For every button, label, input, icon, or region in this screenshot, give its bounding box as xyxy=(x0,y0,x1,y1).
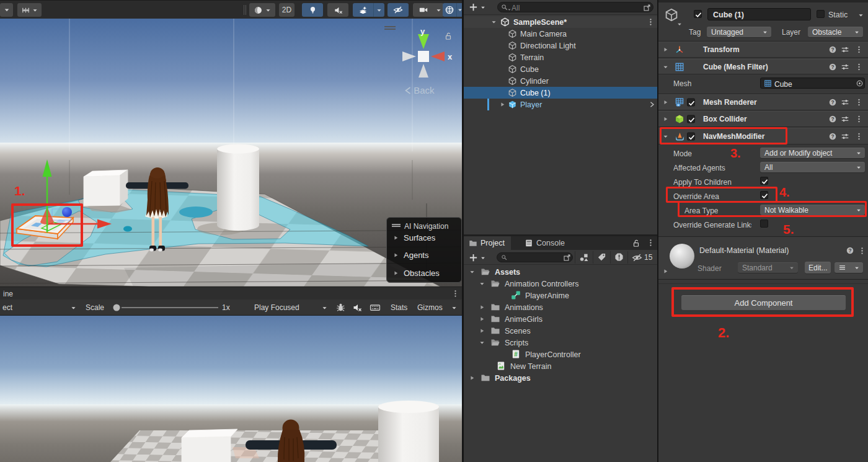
shader-dropdown[interactable]: Standard xyxy=(738,262,798,273)
component-tools-toggle-half[interactable] xyxy=(443,3,457,17)
meshrenderer-header[interactable]: Mesh Renderer xyxy=(658,94,868,110)
fold-closed-icon[interactable] xyxy=(479,316,485,322)
component-enabled-checkbox[interactable] xyxy=(687,115,695,123)
keyboard-icon[interactable] xyxy=(370,302,381,313)
fold-closed-icon[interactable] xyxy=(479,327,485,334)
bottom-tab-label[interactable]: ine xyxy=(3,290,13,298)
play-focused-caret[interactable] xyxy=(321,304,328,311)
scale-slider[interactable] xyxy=(112,303,221,312)
component-menu-icon[interactable] xyxy=(855,99,863,107)
fold-open-icon[interactable] xyxy=(469,269,476,275)
search-window-icon[interactable] xyxy=(643,4,651,12)
hierarchy-search-input[interactable]: All xyxy=(497,2,653,12)
scene-menu-icon[interactable] xyxy=(647,18,655,26)
aspect-dropdown-caret[interactable] xyxy=(70,304,77,311)
mode-dropdown[interactable]: Add or Modify object xyxy=(760,148,865,158)
project-item-animegirls[interactable]: AnimeGirls xyxy=(464,313,657,325)
project-item-packages[interactable]: Packages xyxy=(464,372,657,384)
back-button[interactable]: Back xyxy=(405,85,435,96)
project-item-new-terrain[interactable]: New Terrain xyxy=(464,360,657,372)
scene-fold-icon[interactable] xyxy=(490,19,497,25)
gameobject-icon-caret[interactable] xyxy=(676,21,683,27)
transform-header[interactable]: Transform xyxy=(658,42,868,58)
search-window-icon[interactable] xyxy=(563,254,571,262)
material-header[interactable]: Default-Material (Material) Shader Stand… xyxy=(658,237,868,278)
hierarchy-item-main-camera[interactable]: Main Camera xyxy=(464,28,657,40)
search-filter-caret[interactable] xyxy=(507,7,512,12)
hierarchy-item-cube-1-selected[interactable]: Cube (1) xyxy=(464,87,657,99)
project-menu-icon[interactable] xyxy=(647,239,655,247)
tag-dropdown[interactable]: Untagged xyxy=(707,27,771,37)
project-plus-icon[interactable] xyxy=(469,253,478,262)
filter-label-icon[interactable] xyxy=(597,252,606,262)
gizmo-y-label[interactable]: y xyxy=(420,27,425,36)
lock-open-icon[interactable] xyxy=(632,239,640,247)
hierarchy-scene-row[interactable]: SampleScene* xyxy=(464,16,657,28)
hierarchy-item-cylinder[interactable]: Cylinder xyxy=(464,75,657,87)
ai-nav-obstacles[interactable]: Obstacles xyxy=(387,267,461,279)
draw-mode-button[interactable] xyxy=(249,3,275,17)
camera-toggle-half[interactable] xyxy=(414,3,434,17)
prefab-open-chevron[interactable] xyxy=(648,100,656,109)
fold-closed-icon[interactable] xyxy=(662,99,669,106)
help-icon[interactable] xyxy=(828,98,837,107)
tool-settings-button[interactable] xyxy=(0,3,13,17)
gizmos-dropdown[interactable]: Gizmos xyxy=(417,303,443,312)
gizmos-caret[interactable] xyxy=(451,304,458,311)
hierarchy-item-player[interactable]: Player xyxy=(464,99,657,110)
fold-closed-icon[interactable] xyxy=(479,304,485,311)
tab-project[interactable]: Project xyxy=(464,236,511,250)
hierarchy-item-terrain[interactable]: Terrain xyxy=(464,51,657,63)
boxcollider-header[interactable]: Box Collider xyxy=(658,111,868,127)
ai-nav-agents[interactable]: Agents xyxy=(387,249,461,261)
help-icon[interactable] xyxy=(828,63,837,71)
hierarchy-item-cube[interactable]: Cube xyxy=(464,63,657,75)
hierarchy-item-directional-light[interactable]: Directional Light xyxy=(464,40,657,51)
static-checkbox[interactable] xyxy=(817,10,825,18)
stats-button[interactable]: Stats xyxy=(391,303,407,312)
static-caret[interactable] xyxy=(857,12,864,19)
fold-closed-icon[interactable] xyxy=(662,47,669,53)
project-item-playeranime[interactable]: PlayerAnime xyxy=(464,290,657,301)
object-picker-icon[interactable] xyxy=(856,79,864,87)
material-preview-sphere[interactable] xyxy=(668,242,696,270)
component-tools-button[interactable] xyxy=(443,3,464,17)
overlay-grip-icon[interactable] xyxy=(384,26,396,30)
component-menu-icon[interactable] xyxy=(855,115,863,123)
component-enabled-checkbox[interactable] xyxy=(687,99,695,107)
project-item-animation-controllers[interactable]: Animation Controllers xyxy=(464,278,657,290)
debug-bug-icon[interactable] xyxy=(335,302,346,313)
active-checkbox[interactable] xyxy=(694,10,702,18)
create-caret[interactable] xyxy=(480,4,486,11)
presets-icon[interactable] xyxy=(841,63,849,71)
shader-edit-button[interactable]: Edit... xyxy=(805,262,831,273)
scene-audio-button[interactable] xyxy=(327,3,348,17)
presets-icon[interactable] xyxy=(841,132,849,141)
presets-icon[interactable] xyxy=(841,98,849,107)
player-fold-icon[interactable] xyxy=(499,101,506,108)
gizmo-lock-icon[interactable] xyxy=(444,32,453,40)
tabbar-menu-icon[interactable] xyxy=(451,290,459,298)
meshfilter-header[interactable]: Cube (Mesh Filter) xyxy=(658,59,868,74)
project-plus-caret[interactable] xyxy=(480,255,486,261)
tab-console[interactable]: Console xyxy=(520,236,571,250)
scene-effects-button[interactable] xyxy=(353,3,384,17)
hidden-count-eye-icon[interactable] xyxy=(632,252,642,263)
project-item-playercontroller[interactable]: PlayerController xyxy=(464,349,657,360)
play-focused-dropdown[interactable]: Play Focused xyxy=(254,303,299,312)
project-item-animations[interactable]: Animations xyxy=(464,301,657,313)
material-menu-icon[interactable] xyxy=(858,247,866,255)
material-fold-icon[interactable] xyxy=(662,268,669,275)
project-item-scenes[interactable]: Scenes xyxy=(464,325,657,337)
help-icon[interactable] xyxy=(828,115,837,123)
scene-viewport[interactable]: y x Back AI Navigation Surfaces Agents xyxy=(0,19,462,287)
favorites-icon[interactable] xyxy=(614,252,624,262)
component-menu-icon[interactable] xyxy=(855,63,863,71)
fold-closed-icon[interactable] xyxy=(662,116,669,123)
fold-open-icon[interactable] xyxy=(479,339,485,346)
scene-visibility-button[interactable] xyxy=(388,3,409,17)
grid-snap-button[interactable] xyxy=(17,3,42,17)
gizmo-x-label[interactable]: x xyxy=(448,52,452,61)
fold-closed-icon[interactable] xyxy=(469,375,476,381)
help-icon[interactable] xyxy=(828,45,837,54)
